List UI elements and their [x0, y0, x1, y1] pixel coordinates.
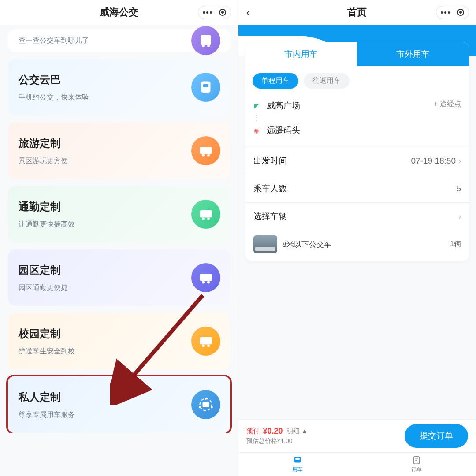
price-total: 预估总价格¥1.00: [246, 437, 398, 445]
navbar-right: ‹ 首页: [238, 0, 476, 25]
car-icon: [292, 455, 303, 465]
miniprogram-capsule[interactable]: [436, 6, 469, 19]
tab-order[interactable]: 订单: [357, 453, 476, 476]
chevron-right-icon: ›: [458, 156, 461, 166]
passenger-value: 5: [456, 184, 461, 193]
card-subtitle: 查一查公交车到哪儿了: [19, 36, 219, 45]
tab-order-label: 订单: [411, 466, 422, 473]
chevron-right-icon: ›: [458, 212, 461, 221]
tab-car-label: 用车: [292, 466, 303, 473]
left-phone-screen: 威海公交 查一查公交车到哪儿了 公交云巴 手机约公交，快来体验 旅游定制 景区游…: [0, 0, 238, 476]
svg-point-15: [202, 345, 205, 347]
navbar-title: 威海公交: [100, 6, 138, 19]
city-tabs: 市内用车 市外用车: [245, 42, 469, 66]
navbar-left: 威海公交: [0, 0, 238, 25]
svg-point-16: [207, 345, 210, 347]
close-target-icon[interactable]: [219, 9, 226, 16]
svg-point-13: [207, 281, 210, 284]
card-title: 通勤定制: [19, 200, 219, 214]
card-park[interactable]: 园区定制 园区通勤更便捷: [8, 249, 230, 306]
add-via-point[interactable]: + 途经点: [434, 100, 461, 109]
price-block: 预付 ¥0.20 明细 ▲ 预估总价格¥1.00: [246, 427, 398, 445]
end-point-label: 远遥码头: [267, 125, 300, 136]
svg-rect-8: [200, 210, 212, 218]
bus-realtime-icon: [191, 26, 220, 55]
svg-rect-5: [200, 147, 212, 154]
svg-point-21: [211, 406, 213, 409]
card-title: 校园定制: [19, 327, 219, 341]
svg-rect-25: [414, 457, 420, 464]
card-subtitle: 护送学生安全到校: [19, 347, 219, 356]
svg-rect-14: [200, 337, 212, 345]
card-title: 公交云巴: [19, 73, 219, 87]
tab-round-trip[interactable]: 往返用车: [304, 73, 350, 89]
svg-point-6: [202, 154, 205, 157]
commute-bus-icon: [191, 200, 220, 229]
passenger-label: 乘车人数: [253, 183, 287, 194]
bus-thumbnail: [253, 235, 277, 253]
tab-city-out[interactable]: 市外用车: [357, 42, 469, 66]
vehicle-name: 8米以下公交车: [283, 239, 445, 249]
right-phone-screen: ‹ 首页 市内用车 市外用车 单程用车 往返用车 ◤ 威高广场 ◉ 远遥码头 +: [238, 0, 476, 476]
cloud-bus-icon: [191, 73, 220, 102]
more-icon[interactable]: [441, 11, 450, 14]
miniprogram-capsule[interactable]: [198, 6, 231, 19]
route-divider: [256, 115, 462, 121]
svg-point-12: [202, 281, 205, 284]
tourism-bus-icon: [191, 136, 220, 165]
booking-panel: 市内用车 市外用车 单程用车 往返用车 ◤ 威高广场 ◉ 远遥码头 + 途经点 …: [245, 42, 469, 261]
vehicle-item[interactable]: 8米以下公交车 1辆: [245, 230, 469, 261]
svg-rect-24: [296, 458, 300, 460]
card-cloud-bus[interactable]: 公交云巴 手机约公交，快来体验: [8, 59, 230, 115]
svg-rect-18: [202, 402, 209, 407]
svg-point-7: [207, 154, 210, 157]
row-passengers[interactable]: 乘车人数 5: [245, 175, 469, 202]
svg-rect-0: [201, 35, 211, 45]
row-depart-time[interactable]: 出发时间 07-19 18:50›: [245, 147, 469, 175]
tab-city-in[interactable]: 市内用车: [245, 42, 357, 66]
svg-point-2: [207, 45, 210, 47]
card-commute[interactable]: 通勤定制 让通勤更快捷高效: [8, 186, 230, 242]
submit-order-button[interactable]: 提交订单: [405, 424, 468, 448]
depart-time-value: 07-19 18:50: [411, 156, 456, 166]
card-personal[interactable]: 私人定制 尊享专属用车服务: [8, 376, 230, 433]
service-card-list: 查一查公交车到哪儿了 公交云巴 手机约公交，快来体验 旅游定制 景区游玩更方便 …: [0, 25, 238, 433]
card-subtitle: 让通勤更快捷高效: [19, 220, 219, 229]
card-subtitle: 景区游玩更方便: [19, 156, 219, 166]
price-detail-toggle[interactable]: 明细 ▲: [286, 427, 308, 435]
card-title: 园区定制: [19, 263, 219, 277]
card-realtime-bus[interactable]: 查一查公交车到哪儿了: [8, 29, 230, 52]
school-bus-icon: [191, 327, 220, 356]
card-tourism[interactable]: 旅游定制 景区游玩更方便: [8, 123, 230, 179]
prepay-label: 预付: [246, 427, 260, 435]
start-point-label: 威高广场: [267, 100, 300, 112]
route-section: ◤ 威高广场 ◉ 远遥码头 + 途经点: [245, 93, 469, 147]
start-point[interactable]: ◤ 威高广场: [253, 97, 462, 115]
svg-point-9: [202, 218, 205, 220]
card-subtitle: 尊享专属用车服务: [19, 410, 219, 420]
card-subtitle: 园区通勤更便捷: [19, 283, 219, 293]
start-pin-icon: ◤: [253, 102, 260, 110]
bottom-tabbar: 用车 订单: [238, 452, 476, 476]
more-icon[interactable]: [203, 11, 212, 14]
close-target-icon[interactable]: [457, 9, 464, 16]
card-subtitle: 手机约公交，快来体验: [19, 93, 219, 102]
tab-single-trip[interactable]: 单程用车: [253, 73, 298, 89]
order-icon: [411, 455, 422, 465]
svg-point-20: [199, 406, 201, 409]
card-title: 旅游定制: [19, 136, 219, 150]
personal-bus-icon: [191, 390, 220, 419]
price-footer: 预付 ¥0.20 明细 ▲ 预估总价格¥1.00 提交订单: [238, 419, 476, 452]
tab-car[interactable]: 用车: [238, 453, 357, 476]
svg-rect-4: [203, 84, 208, 88]
park-bus-icon: [191, 263, 220, 292]
depart-time-label: 出发时间: [253, 155, 287, 167]
card-school[interactable]: 校园定制 护送学生安全到校: [8, 313, 230, 369]
svg-rect-11: [200, 274, 212, 281]
select-vehicle-label: 选择车辆: [253, 211, 287, 222]
svg-point-10: [207, 218, 210, 220]
end-point[interactable]: ◉ 远遥码头: [253, 121, 462, 140]
row-select-vehicle[interactable]: 选择车辆 ›: [245, 202, 469, 230]
back-icon[interactable]: ‹: [246, 6, 250, 19]
prepay-amount: ¥0.20: [263, 427, 283, 436]
